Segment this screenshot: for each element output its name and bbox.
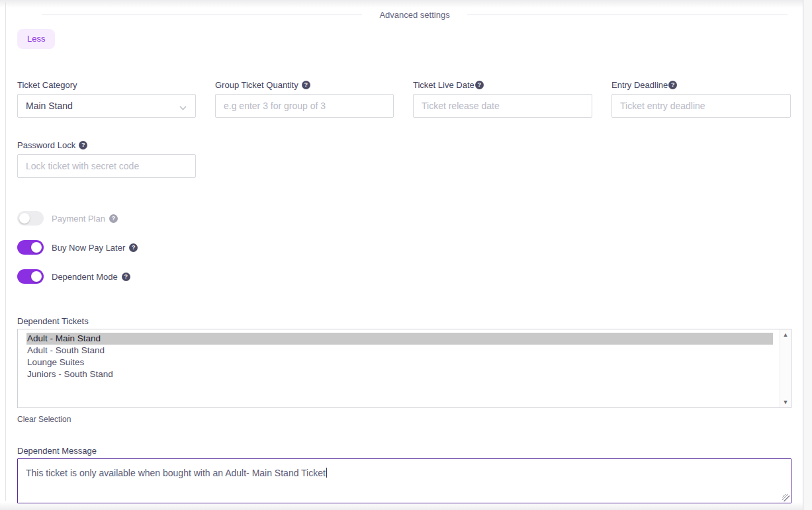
ticket-live-date-input[interactable] [413, 94, 592, 118]
group-ticket-quantity-field: Group Ticket Quantity ? [215, 79, 394, 118]
list-item[interactable]: Adult - South Stand [26, 345, 773, 357]
toggle-group: Payment Plan ? Buy Now Pay Later ? Depen… [17, 211, 791, 284]
divider-line-right [467, 15, 788, 15]
ticket-live-date-field: Ticket Live Date ? [413, 79, 592, 118]
help-icon[interactable]: ? [668, 81, 677, 89]
dependent-mode-toggle[interactable] [17, 269, 44, 284]
entry-deadline-field: Entry Deadline ? [611, 79, 791, 118]
ticket-category-label: Ticket Category [17, 79, 196, 90]
page-scrollbar-track[interactable] [803, 0, 812, 510]
toggle-knob [31, 242, 42, 253]
listbox-scrollbar[interactable]: ▲ ▼ [780, 329, 791, 407]
advanced-settings-section: Advanced settings Less Ticket Category M… [17, 0, 791, 503]
payment-plan-label: Payment Plan ? [52, 214, 118, 224]
dependent-mode-label: Dependent Mode ? [52, 272, 130, 282]
dependent-tickets-listbox[interactable]: Adult - Main Stand Adult - South Stand L… [17, 329, 791, 408]
ticket-live-date-label: Ticket Live Date ? [413, 79, 592, 90]
dependent-mode-row: Dependent Mode ? [17, 269, 791, 284]
entry-deadline-label: Entry Deadline ? [611, 79, 791, 90]
group-ticket-quantity-label: Group Ticket Quantity ? [215, 79, 394, 90]
ticket-category-value: Main Stand [26, 101, 73, 111]
help-icon[interactable]: ? [129, 243, 138, 252]
divider-line-left [42, 15, 362, 15]
buy-now-pay-later-row: Buy Now Pay Later ? [17, 240, 791, 255]
group-ticket-quantity-input[interactable] [215, 94, 394, 118]
help-icon[interactable]: ? [79, 141, 87, 149]
left-card-edge [5, 2, 6, 501]
scroll-up-icon[interactable]: ▲ [783, 331, 789, 338]
list-item[interactable]: Lounge Suites [26, 357, 773, 368]
advanced-settings-divider: Advanced settings [42, 10, 788, 20]
dependent-tickets-label: Dependent Tickets [17, 316, 791, 327]
list-item[interactable]: Adult - Main Stand [26, 333, 773, 345]
toggle-knob [31, 271, 42, 282]
password-lock-label: Password Lock ? [17, 140, 196, 150]
password-lock-field: Password Lock ? [17, 140, 196, 178]
ticket-category-select[interactable]: Main Stand [17, 94, 196, 118]
dependent-message-text: This ticket is only available when bough… [26, 468, 326, 478]
dependent-message-textarea[interactable]: This ticket is only available when bough… [17, 458, 791, 503]
ticket-fields-row: Ticket Category Main Stand Group Ticket … [17, 79, 791, 118]
chevron-down-icon [180, 103, 186, 109]
help-icon[interactable]: ? [109, 214, 118, 223]
scroll-down-icon[interactable]: ▼ [783, 399, 789, 405]
toggle-knob [19, 213, 30, 224]
less-button[interactable]: Less [17, 29, 55, 49]
help-icon[interactable]: ? [475, 81, 484, 89]
ticket-category-field: Ticket Category Main Stand [17, 79, 196, 118]
password-lock-input[interactable] [17, 154, 196, 178]
dependent-tickets-options: Adult - Main Stand Adult - South Stand L… [18, 329, 780, 407]
clear-selection-link[interactable]: Clear Selection [17, 415, 71, 424]
text-caret [326, 468, 327, 478]
divider-label: Advanced settings [362, 10, 467, 20]
buy-now-pay-later-label: Buy Now Pay Later ? [52, 243, 138, 253]
payment-plan-row: Payment Plan ? [17, 211, 791, 226]
help-icon[interactable]: ? [302, 81, 310, 89]
payment-plan-toggle[interactable] [17, 211, 44, 226]
resize-grip-icon[interactable] [782, 494, 789, 501]
buy-now-pay-later-toggle[interactable] [17, 240, 44, 255]
dependent-message-label: Dependent Message [17, 446, 791, 456]
help-icon[interactable]: ? [122, 273, 130, 281]
entry-deadline-input[interactable] [611, 94, 791, 118]
list-item[interactable]: Juniors - South Stand [26, 368, 773, 380]
